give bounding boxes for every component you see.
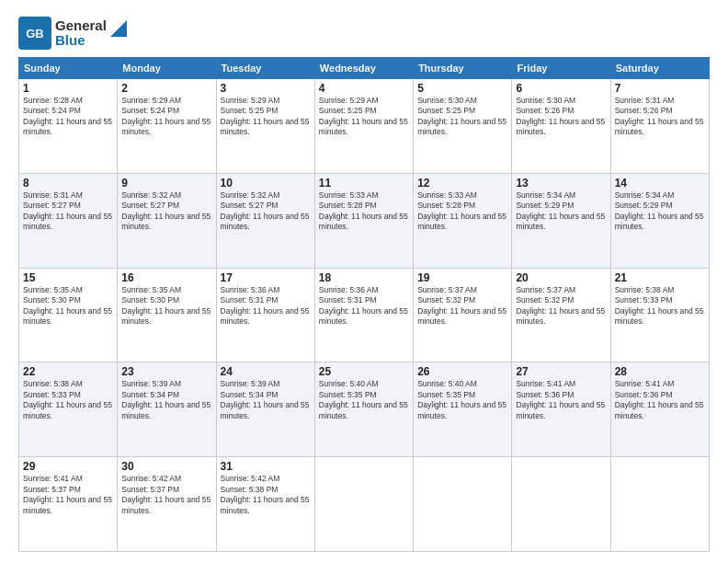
day-info: Sunrise: 5:38 AM Sunset: 5:33 PM Dayligh… (615, 285, 705, 327)
svg-marker-2 (110, 20, 127, 37)
day-number: 10 (221, 177, 311, 190)
day-number: 2 (121, 82, 211, 95)
calendar-cell (314, 457, 413, 552)
day-info: Sunrise: 5:34 AM Sunset: 5:29 PM Dayligh… (516, 190, 606, 233)
logo-blue: Blue (55, 33, 107, 49)
day-info: Sunrise: 5:41 AM Sunset: 5:36 PM Dayligh… (516, 379, 606, 421)
col-header-thursday: Thursday (414, 58, 512, 79)
day-info: Sunrise: 5:29 AM Sunset: 5:24 PM Dayligh… (121, 96, 211, 138)
day-info: Sunrise: 5:36 AM Sunset: 5:31 PM Dayligh… (221, 285, 311, 327)
day-number: 24 (221, 365, 311, 378)
day-info: Sunrise: 5:35 AM Sunset: 5:30 PM Dayligh… (23, 285, 113, 327)
col-header-monday: Monday (118, 58, 216, 79)
calendar-cell: 31 Sunrise: 5:42 AM Sunset: 5:38 PM Dayl… (216, 457, 314, 552)
day-number: 8 (23, 177, 113, 190)
calendar-week-row: 15 Sunrise: 5:35 AM Sunset: 5:30 PM Dayl… (19, 268, 710, 362)
col-header-tuesday: Tuesday (216, 58, 314, 79)
calendar-table: SundayMondayTuesdayWednesdayThursdayFrid… (18, 57, 710, 552)
col-header-sunday: Sunday (19, 58, 118, 79)
day-number: 20 (516, 271, 606, 284)
day-info: Sunrise: 5:40 AM Sunset: 5:35 PM Dayligh… (319, 379, 409, 421)
calendar-cell: 22 Sunrise: 5:38 AM Sunset: 5:33 PM Dayl… (19, 362, 118, 457)
calendar-page: GB General Blue SundayMondayTuesdayWedne… (0, 0, 728, 563)
day-number: 4 (319, 82, 409, 95)
day-number: 31 (221, 460, 311, 473)
logo-general: General (55, 18, 107, 34)
calendar-cell: 14 Sunrise: 5:34 AM Sunset: 5:29 PM Dayl… (610, 173, 709, 268)
day-number: 1 (23, 82, 113, 95)
calendar-cell: 10 Sunrise: 5:32 AM Sunset: 5:27 PM Dayl… (216, 173, 314, 268)
day-number: 12 (417, 177, 507, 190)
day-info: Sunrise: 5:36 AM Sunset: 5:31 PM Dayligh… (319, 285, 409, 327)
day-info: Sunrise: 5:37 AM Sunset: 5:32 PM Dayligh… (516, 285, 606, 327)
day-number: 18 (319, 271, 409, 284)
day-number: 28 (615, 365, 705, 378)
day-info: Sunrise: 5:33 AM Sunset: 5:28 PM Dayligh… (417, 190, 507, 233)
calendar-week-row: 29 Sunrise: 5:41 AM Sunset: 5:37 PM Dayl… (19, 457, 710, 552)
day-info: Sunrise: 5:41 AM Sunset: 5:37 PM Dayligh… (23, 474, 113, 516)
calendar-cell: 12 Sunrise: 5:33 AM Sunset: 5:28 PM Dayl… (414, 173, 512, 268)
calendar-week-row: 22 Sunrise: 5:38 AM Sunset: 5:33 PM Dayl… (19, 362, 710, 457)
day-info: Sunrise: 5:32 AM Sunset: 5:27 PM Dayligh… (121, 190, 211, 233)
logo-icon: GB (18, 17, 51, 50)
day-number: 25 (319, 365, 409, 378)
calendar-cell (610, 457, 709, 552)
day-info: Sunrise: 5:31 AM Sunset: 5:26 PM Dayligh… (615, 96, 705, 138)
day-number: 30 (121, 460, 211, 473)
day-number: 16 (121, 271, 211, 284)
day-info: Sunrise: 5:34 AM Sunset: 5:29 PM Dayligh… (615, 190, 705, 233)
calendar-cell: 26 Sunrise: 5:40 AM Sunset: 5:35 PM Dayl… (414, 362, 512, 457)
day-info: Sunrise: 5:39 AM Sunset: 5:34 PM Dayligh… (221, 379, 311, 421)
calendar-cell: 8 Sunrise: 5:31 AM Sunset: 5:27 PM Dayli… (19, 173, 118, 268)
calendar-cell: 17 Sunrise: 5:36 AM Sunset: 5:31 PM Dayl… (216, 268, 314, 362)
day-number: 5 (417, 82, 507, 95)
calendar-cell (512, 457, 610, 552)
col-header-wednesday: Wednesday (314, 58, 413, 79)
day-number: 15 (23, 271, 113, 284)
day-number: 11 (319, 177, 409, 190)
day-number: 13 (516, 177, 606, 190)
day-number: 26 (417, 365, 507, 378)
day-info: Sunrise: 5:39 AM Sunset: 5:34 PM Dayligh… (121, 379, 211, 421)
calendar-cell: 9 Sunrise: 5:32 AM Sunset: 5:27 PM Dayli… (118, 173, 216, 268)
calendar-cell: 29 Sunrise: 5:41 AM Sunset: 5:37 PM Dayl… (19, 457, 118, 552)
day-info: Sunrise: 5:29 AM Sunset: 5:25 PM Dayligh… (221, 96, 311, 138)
day-number: 7 (615, 82, 705, 95)
calendar-week-row: 1 Sunrise: 5:28 AM Sunset: 5:24 PM Dayli… (19, 79, 710, 174)
day-number: 17 (221, 271, 311, 284)
day-info: Sunrise: 5:35 AM Sunset: 5:30 PM Dayligh… (121, 285, 211, 327)
calendar-cell: 23 Sunrise: 5:39 AM Sunset: 5:34 PM Dayl… (118, 362, 216, 457)
day-info: Sunrise: 5:42 AM Sunset: 5:37 PM Dayligh… (121, 474, 211, 516)
calendar-cell: 28 Sunrise: 5:41 AM Sunset: 5:36 PM Dayl… (610, 362, 709, 457)
day-number: 3 (221, 82, 311, 95)
day-info: Sunrise: 5:42 AM Sunset: 5:38 PM Dayligh… (221, 474, 311, 516)
calendar-cell: 6 Sunrise: 5:30 AM Sunset: 5:26 PM Dayli… (512, 79, 610, 174)
day-number: 27 (516, 365, 606, 378)
calendar-cell: 19 Sunrise: 5:37 AM Sunset: 5:32 PM Dayl… (414, 268, 512, 362)
day-number: 9 (121, 177, 211, 190)
day-info: Sunrise: 5:29 AM Sunset: 5:25 PM Dayligh… (319, 96, 409, 138)
day-info: Sunrise: 5:30 AM Sunset: 5:25 PM Dayligh… (417, 96, 507, 138)
calendar-cell: 24 Sunrise: 5:39 AM Sunset: 5:34 PM Dayl… (216, 362, 314, 457)
day-info: Sunrise: 5:37 AM Sunset: 5:32 PM Dayligh… (417, 285, 507, 327)
calendar-cell: 7 Sunrise: 5:31 AM Sunset: 5:26 PM Dayli… (610, 79, 709, 174)
logo: GB General Blue (18, 17, 127, 50)
calendar-cell: 30 Sunrise: 5:42 AM Sunset: 5:37 PM Dayl… (118, 457, 216, 552)
day-number: 6 (516, 82, 606, 95)
calendar-cell: 25 Sunrise: 5:40 AM Sunset: 5:35 PM Dayl… (314, 362, 413, 457)
day-info: Sunrise: 5:38 AM Sunset: 5:33 PM Dayligh… (23, 379, 113, 421)
day-info: Sunrise: 5:32 AM Sunset: 5:27 PM Dayligh… (221, 190, 311, 233)
calendar-header-row: SundayMondayTuesdayWednesdayThursdayFrid… (19, 58, 710, 79)
svg-text:GB: GB (26, 27, 44, 40)
day-info: Sunrise: 5:40 AM Sunset: 5:35 PM Dayligh… (417, 379, 507, 421)
calendar-cell: 1 Sunrise: 5:28 AM Sunset: 5:24 PM Dayli… (19, 79, 118, 174)
header: GB General Blue (18, 17, 710, 50)
day-info: Sunrise: 5:31 AM Sunset: 5:27 PM Dayligh… (23, 190, 113, 233)
calendar-cell: 21 Sunrise: 5:38 AM Sunset: 5:33 PM Dayl… (610, 268, 709, 362)
day-number: 21 (615, 271, 705, 284)
day-info: Sunrise: 5:30 AM Sunset: 5:26 PM Dayligh… (516, 96, 606, 138)
calendar-week-row: 8 Sunrise: 5:31 AM Sunset: 5:27 PM Dayli… (19, 173, 710, 268)
calendar-cell: 18 Sunrise: 5:36 AM Sunset: 5:31 PM Dayl… (314, 268, 413, 362)
calendar-cell: 11 Sunrise: 5:33 AM Sunset: 5:28 PM Dayl… (314, 173, 413, 268)
calendar-cell: 15 Sunrise: 5:35 AM Sunset: 5:30 PM Dayl… (19, 268, 118, 362)
